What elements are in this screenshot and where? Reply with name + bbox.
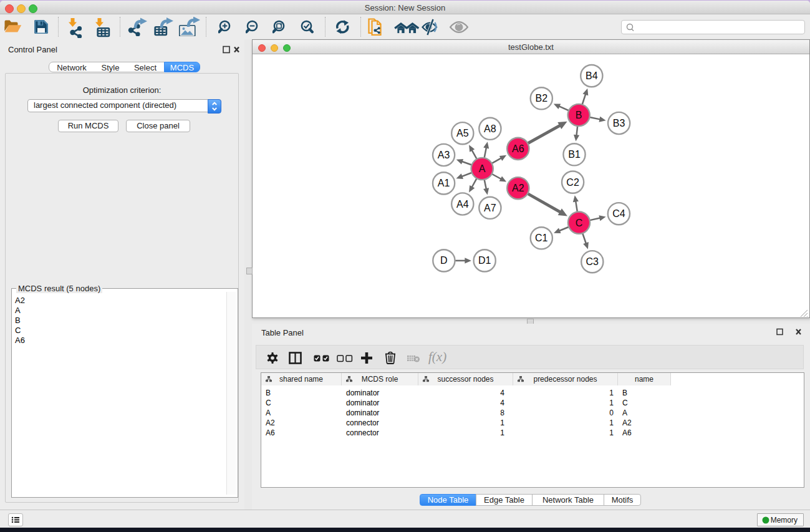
svg-text:A4: A4: [456, 199, 469, 210]
svg-text:C3: C3: [586, 256, 599, 267]
svg-text:A7: A7: [484, 203, 496, 213]
svg-text:A5: A5: [456, 128, 469, 138]
svg-text:A8: A8: [484, 123, 496, 134]
svg-text:B1: B1: [568, 149, 581, 160]
svg-text:A6: A6: [512, 143, 524, 154]
svg-text:C: C: [576, 218, 583, 228]
svg-text:D: D: [440, 255, 448, 266]
svg-text:D1: D1: [478, 255, 491, 266]
svg-text:A1: A1: [438, 178, 450, 188]
svg-text:A2: A2: [512, 183, 524, 193]
svg-text:C4: C4: [612, 208, 625, 219]
svg-text:B3: B3: [613, 118, 625, 128]
svg-text:A: A: [479, 163, 486, 174]
svg-text:B4: B4: [586, 70, 598, 81]
svg-text:B2: B2: [536, 93, 548, 104]
svg-text:A3: A3: [438, 150, 450, 160]
svg-text:B: B: [576, 110, 582, 120]
svg-text:C1: C1: [535, 233, 548, 243]
svg-text:C2: C2: [566, 177, 579, 188]
